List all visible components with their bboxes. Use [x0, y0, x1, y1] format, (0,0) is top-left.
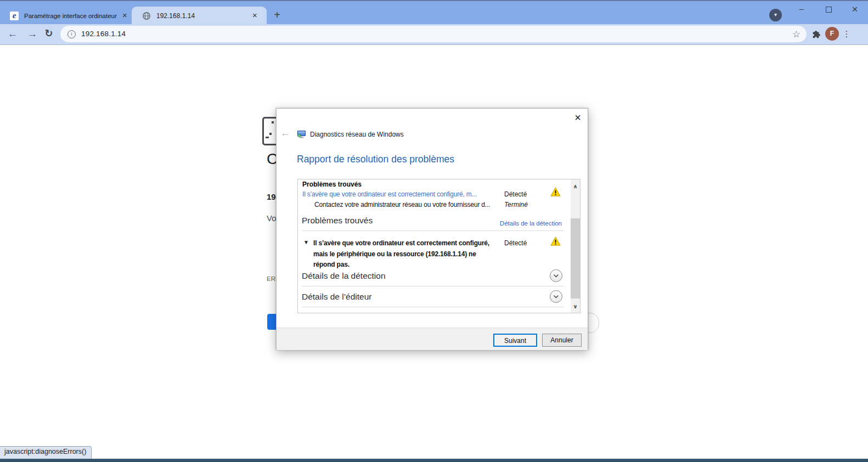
divider	[302, 286, 564, 286]
problem-substatus: Terminé	[504, 201, 528, 209]
tab-close-icon[interactable]: ×	[250, 11, 260, 20]
tab-parametrage[interactable]: e Paramétrage interface ordinateur ×	[4, 7, 131, 25]
expander-detection-details[interactable]: Détails de la détection	[302, 271, 386, 281]
window-bottom-border	[0, 459, 868, 462]
error-page-body-fragment: Vo	[267, 213, 276, 223]
problem-description: Il s’avère que votre ordinateur est corr…	[313, 238, 506, 271]
scrollbar-thumb[interactable]	[571, 218, 580, 298]
sad-icon-dot	[269, 133, 272, 135]
browser-menu-button[interactable]: ⋮	[842, 27, 851, 41]
error-page-heading-fragment: C	[267, 150, 277, 168]
new-tab-button[interactable]: +	[271, 9, 283, 21]
next-button[interactable]: Suivant	[493, 334, 537, 347]
warning-icon	[550, 236, 561, 246]
problem-description-line: répond pas.	[313, 260, 506, 271]
maximize-icon	[826, 7, 832, 13]
profile-avatar[interactable]: F	[825, 27, 839, 41]
divider	[302, 230, 564, 231]
dialog-close-icon[interactable]: ×	[571, 111, 584, 125]
chevron-down-icon[interactable]	[550, 269, 562, 282]
page-content: C 19 Vo ERR × ← Diagnostics réseau de Wi…	[0, 45, 868, 459]
problem-subtext: Contactez votre administrateur réseau ou…	[314, 201, 490, 209]
dialog-back-icon[interactable]: ←	[280, 127, 290, 139]
status-bar-link-preview: javascript:diagnoseErrors()	[0, 446, 92, 459]
scroll-down-icon[interactable]: ∨	[571, 301, 580, 313]
error-page-address-fragment: 19	[267, 192, 276, 201]
browser-toolbar: ← → ↻ i 192.168.1.14 ☆ F ⋮	[0, 24, 868, 45]
expander-publisher-details[interactable]: Détails de l’éditeur	[302, 292, 372, 302]
problem-report-list: Problèmes trouvés Il s’avère que votre o…	[297, 179, 580, 313]
extensions-icon[interactable]	[811, 30, 821, 40]
minimize-button[interactable]: –	[793, 2, 810, 18]
section-header-problems: Problèmes trouvés	[302, 216, 373, 226]
close-window-button[interactable]: ×	[846, 2, 864, 18]
cancel-button[interactable]: Annuler	[542, 334, 582, 347]
chevron-down-icon[interactable]	[550, 290, 562, 303]
sad-icon-dot	[272, 121, 274, 123]
network-diagnostics-app-icon	[297, 129, 306, 139]
sad-icon-dot	[266, 137, 269, 138]
tab-close-icon[interactable]: ×	[120, 11, 129, 20]
dialog-title: Diagnostics réseau de Windows	[310, 131, 404, 138]
tab-title: Paramétrage interface ordinateur	[24, 12, 119, 20]
address-bar[interactable]: i 192.168.1.14 ☆	[60, 26, 807, 42]
warning-icon	[550, 187, 561, 196]
browser-window: e Paramétrage interface ordinateur × 192…	[0, 0, 868, 462]
error-page-error-code-fragment: ERR	[267, 275, 276, 282]
reload-button[interactable]: ↻	[41, 26, 57, 42]
globe-icon	[142, 12, 151, 20]
url-text[interactable]: 192.168.1.14	[81, 30, 126, 38]
scroll-up-icon[interactable]: ∧	[571, 181, 580, 193]
problem-description-line: Il s’avère que votre ordinateur est corr…	[313, 238, 506, 249]
divider	[302, 307, 564, 307]
back-button[interactable]: ←	[4, 26, 21, 42]
problem-summary-link[interactable]: Il s’avère que votre ordinateur est corr…	[302, 190, 477, 198]
dialog-footer: Suivant Annuler	[277, 328, 588, 350]
maximize-button[interactable]	[820, 2, 837, 18]
network-diagnostics-dialog: × ← Diagnostics réseau de Windows Rappor…	[276, 108, 588, 350]
problem-description-line: mais le périphérique ou la ressource (19…	[313, 249, 506, 260]
dialog-heading: Rapport de résolution des problèmes	[297, 154, 454, 165]
collapse-triangle-icon[interactable]: ▼	[303, 239, 309, 245]
problem-status: Détecté	[504, 190, 527, 198]
forward-button[interactable]: →	[24, 26, 41, 42]
tab-title: 192.168.1.14	[156, 12, 244, 20]
ie-favicon-icon: e	[10, 12, 19, 20]
detection-details-link[interactable]: Détails de la détection	[500, 220, 562, 227]
problem-status: Détecté	[504, 239, 527, 247]
browser-tab-strip: e Paramétrage interface ordinateur × 192…	[0, 0, 868, 24]
tab-search-button[interactable]: ▾	[769, 9, 782, 21]
tab-192-168-1-14[interactable]: 192.168.1.14 ×	[132, 7, 267, 25]
bookmark-star-icon[interactable]: ☆	[792, 29, 801, 40]
list-scrollbar[interactable]: ∧ ∨	[571, 179, 580, 313]
page-info-icon[interactable]: i	[67, 30, 76, 38]
list-top-header: Problèmes trouvés	[302, 181, 362, 188]
